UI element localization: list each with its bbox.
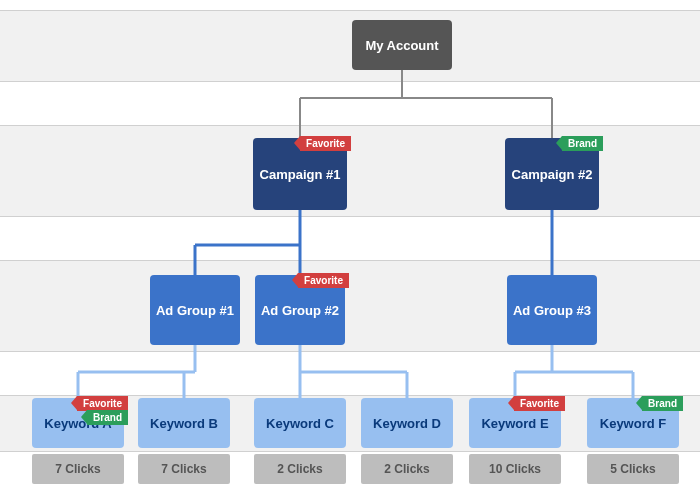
clicks-value: 10 Clicks (489, 462, 541, 476)
clicks-box: 2 Clicks (254, 454, 346, 484)
keyword-label: Keyword B (150, 416, 218, 431)
brand-ribbon: Brand (562, 136, 603, 151)
node-adgroup-1: Ad Group #1 (150, 275, 240, 345)
clicks-value: 7 Clicks (55, 462, 100, 476)
clicks-box: 2 Clicks (361, 454, 453, 484)
clicks-box: 7 Clicks (32, 454, 124, 484)
adgroup-label: Ad Group #3 (513, 303, 591, 318)
clicks-box: 10 Clicks (469, 454, 561, 484)
account-hierarchy-diagram: My Account Favorite Campaign #1 Brand Ca… (0, 0, 700, 500)
clicks-value: 2 Clicks (384, 462, 429, 476)
keyword-label: Keyword C (266, 416, 334, 431)
node-keyword-e: Favorite Keyword E (469, 398, 561, 448)
clicks-value: 5 Clicks (610, 462, 655, 476)
node-keyword-c: Keyword C (254, 398, 346, 448)
node-campaign-2: Brand Campaign #2 (505, 138, 599, 210)
brand-ribbon: Brand (87, 410, 128, 425)
favorite-ribbon: Favorite (298, 273, 349, 288)
favorite-ribbon: Favorite (514, 396, 565, 411)
account-label: My Account (365, 38, 438, 53)
keyword-label: Keyword E (481, 416, 548, 431)
clicks-box: 7 Clicks (138, 454, 230, 484)
clicks-box: 5 Clicks (587, 454, 679, 484)
clicks-value: 7 Clicks (161, 462, 206, 476)
node-keyword-a: Favorite Brand Keyword A (32, 398, 124, 448)
node-keyword-b: Keyword B (138, 398, 230, 448)
adgroup-label: Ad Group #1 (156, 303, 234, 318)
node-campaign-1: Favorite Campaign #1 (253, 138, 347, 210)
node-adgroup-2: Favorite Ad Group #2 (255, 275, 345, 345)
node-adgroup-3: Ad Group #3 (507, 275, 597, 345)
keyword-label: Keyword F (600, 416, 666, 431)
favorite-ribbon: Favorite (77, 396, 128, 411)
campaign-label: Campaign #2 (512, 167, 593, 182)
node-keyword-f: Brand Keyword F (587, 398, 679, 448)
brand-ribbon: Brand (642, 396, 683, 411)
favorite-ribbon: Favorite (300, 136, 351, 151)
keyword-label: Keyword D (373, 416, 441, 431)
node-account: My Account (352, 20, 452, 70)
level-band-account (0, 10, 700, 82)
campaign-label: Campaign #1 (260, 167, 341, 182)
adgroup-label: Ad Group #2 (261, 303, 339, 318)
clicks-value: 2 Clicks (277, 462, 322, 476)
node-keyword-d: Keyword D (361, 398, 453, 448)
